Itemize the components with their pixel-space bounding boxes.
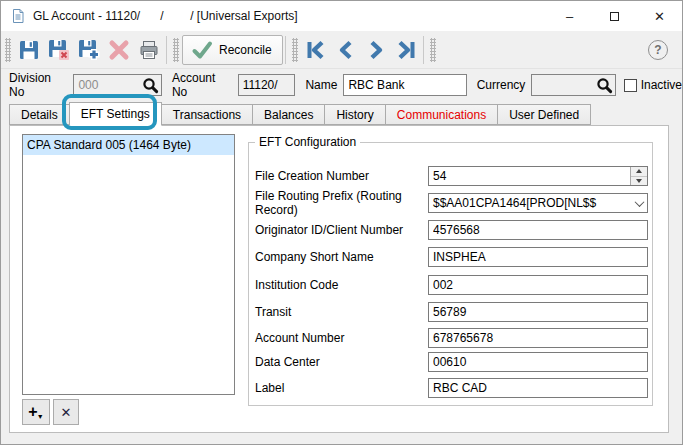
eft-configuration-group: EFT Configuration File Creation Number (248, 142, 653, 406)
next-record-icon (364, 38, 388, 62)
eft-format-list[interactable]: CPA Standard 005 (1464 Byte) (22, 134, 235, 395)
toolbar-grip (5, 38, 11, 62)
account-header-row: Division No 000 Account No Name Currency… (1, 69, 682, 101)
field-row: Account Number (255, 328, 652, 348)
account-no-field[interactable] (238, 74, 296, 96)
file-creation-number-input[interactable] (429, 167, 630, 185)
save-discard-button[interactable] (44, 35, 74, 65)
first-record-button[interactable] (301, 35, 331, 65)
account-no-label: Account No (172, 71, 232, 99)
toolbar-grip (173, 38, 179, 62)
search-icon[interactable] (142, 77, 159, 94)
window-title: GL Account - 11120/ / / [Universal Expor… (33, 9, 298, 23)
field-label: Originator ID/Client Number (255, 223, 428, 237)
help-button[interactable]: ? (648, 40, 668, 60)
division-lookup[interactable]: 000 (73, 74, 162, 96)
file-creation-number-spinner[interactable] (428, 166, 648, 186)
tab-transactions[interactable]: Transactions (161, 104, 253, 125)
toolbar: Reconcile ? (1, 31, 682, 69)
previous-record-icon (334, 38, 358, 62)
checkmark-icon (191, 39, 213, 61)
spin-up-button[interactable] (631, 167, 647, 176)
institution-code-input[interactable] (428, 275, 648, 295)
field-label: Institution Code (255, 278, 428, 292)
save-icon (17, 38, 41, 62)
add-format-button[interactable]: +▼ (22, 399, 50, 425)
field-label: File Routing Prefix (Routing Record) (255, 189, 428, 217)
spin-down-button[interactable] (631, 176, 647, 186)
close-button[interactable]: ✕ (637, 1, 682, 31)
search-icon[interactable] (596, 77, 613, 94)
print-button[interactable] (134, 35, 164, 65)
tab-user-defined[interactable]: User Defined (497, 104, 591, 125)
document-icon (10, 8, 26, 24)
toolbar-grip (292, 38, 298, 62)
arrow-up-icon (636, 169, 642, 173)
titlebar: GL Account - 11120/ / / [Universal Expor… (1, 1, 682, 31)
division-value: 000 (74, 78, 142, 92)
field-label: Label (255, 381, 428, 395)
field-row: Label (255, 378, 652, 398)
group-title: EFT Configuration (255, 135, 360, 149)
minimize-button[interactable]: – (547, 1, 592, 31)
currency-lookup[interactable] (531, 74, 616, 96)
list-item[interactable]: CPA Standard 005 (1464 Byte) (23, 135, 234, 155)
tabstrip: Details EFT Settings Transactions Balanc… (9, 102, 590, 125)
field-row: Originator ID/Client Number (255, 220, 652, 240)
name-field[interactable] (343, 74, 466, 96)
save-new-icon (77, 38, 101, 62)
tab-eft-settings[interactable]: EFT Settings (69, 102, 162, 126)
delete-icon (107, 38, 131, 62)
name-input[interactable] (344, 75, 465, 95)
tab-communications[interactable]: Communications (385, 104, 498, 125)
transit-input[interactable] (428, 302, 648, 322)
eft-settings-page: CPA Standard 005 (1464 Byte) +▼ ✕ EFT Co… (9, 125, 669, 433)
field-label: File Creation Number (255, 169, 428, 183)
tab-history[interactable]: History (324, 104, 385, 125)
division-label: Division No (9, 71, 67, 99)
field-row: File Routing Prefix (Routing Record) $$A… (255, 193, 652, 213)
toolbar-separator (285, 36, 286, 64)
reconcile-button[interactable]: Reconcile (182, 35, 283, 65)
originator-id-input[interactable] (428, 220, 648, 240)
save-discard-icon (47, 38, 71, 62)
last-record-icon (394, 38, 418, 62)
field-row: Transit (255, 302, 652, 322)
toolbar-separator (423, 36, 424, 64)
gl-account-window: GL Account - 11120/ / / [Universal Expor… (0, 0, 683, 445)
field-label: Account Number (255, 331, 428, 345)
name-label: Name (305, 78, 337, 92)
tab-details[interactable]: Details (9, 104, 70, 125)
next-record-button[interactable] (361, 35, 391, 65)
dropdown-caret-icon: ▼ (37, 413, 44, 420)
account-number-input[interactable] (428, 328, 648, 348)
combobox-value: $$AA01CPA1464[PROD[NL$$ (429, 196, 631, 210)
remove-format-button[interactable]: ✕ (53, 399, 79, 425)
currency-label: Currency (477, 78, 526, 92)
delete-button[interactable] (104, 35, 134, 65)
account-no-input[interactable] (239, 75, 295, 95)
reconcile-label: Reconcile (219, 43, 272, 57)
data-center-input[interactable] (428, 352, 648, 372)
chevron-down-icon[interactable] (631, 194, 647, 212)
toolbar-grip (430, 38, 436, 62)
field-row: File Creation Number (255, 166, 652, 186)
label-input[interactable] (428, 378, 648, 398)
field-row: Data Center (255, 352, 652, 372)
print-icon (137, 38, 161, 62)
previous-record-button[interactable] (331, 35, 361, 65)
field-label: Data Center (255, 355, 428, 369)
first-record-icon (304, 38, 328, 62)
field-row: Institution Code (255, 275, 652, 295)
maximize-icon (610, 12, 619, 21)
file-routing-prefix-combobox[interactable]: $$AA01CPA1464[PROD[NL$$ (428, 193, 648, 213)
field-label: Company Short Name (255, 250, 428, 264)
arrow-down-icon (636, 179, 642, 183)
save-button[interactable] (14, 35, 44, 65)
tab-balances[interactable]: Balances (252, 104, 325, 125)
maximize-button[interactable] (592, 1, 637, 31)
last-record-button[interactable] (391, 35, 421, 65)
company-short-name-input[interactable] (428, 247, 648, 267)
save-new-button[interactable] (74, 35, 104, 65)
inactive-checkbox[interactable] (624, 79, 637, 92)
